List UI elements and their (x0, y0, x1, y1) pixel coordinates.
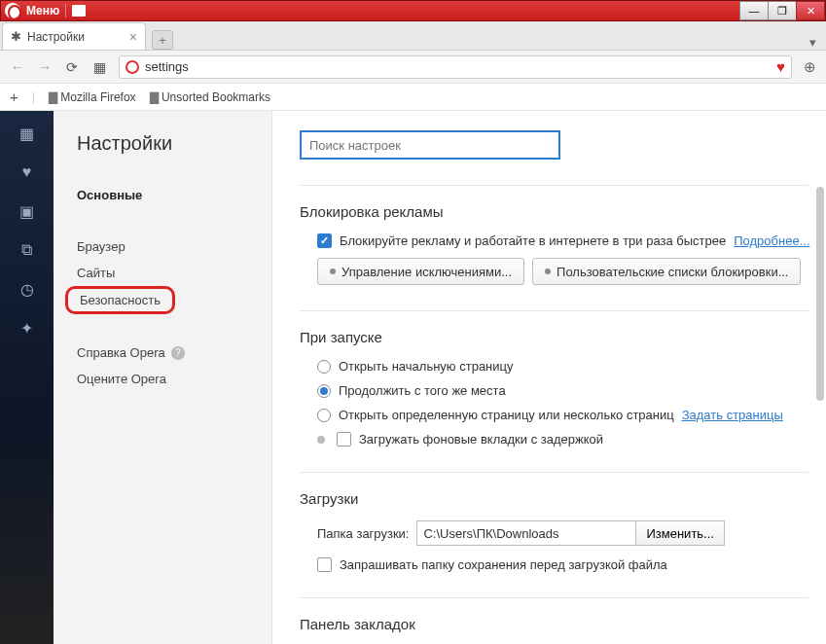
opera-logo-icon (5, 3, 20, 18)
maximize-button[interactable]: ❐ (768, 1, 797, 20)
startup-opt3: Открыть определенную страницу или нескол… (339, 408, 674, 422)
startup-radio-pages[interactable] (317, 409, 331, 422)
tab-title: Настройки (27, 30, 85, 44)
menu-button[interactable]: Меню (26, 4, 59, 18)
bookmarks-rail-icon[interactable]: ♥ (18, 163, 37, 181)
nav-basic[interactable]: Основные (77, 182, 271, 208)
ask-folder-checkbox[interactable] (317, 557, 332, 572)
startup-opt1: Открыть начальную страницу (339, 359, 514, 374)
startup-opt2: Продолжить с того же места (339, 383, 506, 398)
history-rail-icon[interactable]: ◷ (18, 280, 37, 298)
settings-main: Блокировка рекламы Блокируйте рекламу и … (272, 111, 826, 644)
tabs-rail-icon[interactable]: ⧉ (18, 241, 37, 259)
startup-radio-continue[interactable] (317, 384, 331, 398)
divider (300, 185, 808, 186)
change-path-button[interactable]: Изменить... (636, 520, 724, 546)
back-icon[interactable]: ← (10, 59, 25, 75)
opera-o-icon (126, 60, 139, 74)
heart-icon[interactable]: ♥ (776, 58, 785, 75)
tabs-menu-icon[interactable]: ▾ (809, 35, 816, 50)
manage-exceptions-button[interactable]: Управление исключениями... (317, 258, 524, 285)
nav-sites[interactable]: Сайты (77, 260, 271, 286)
adblock-checkbox[interactable] (317, 233, 332, 248)
nav-security[interactable]: Безопасность (65, 286, 175, 314)
nav-rate[interactable]: Оцените Opera (77, 366, 271, 392)
delay-tabs-checkbox[interactable] (337, 432, 351, 447)
set-pages-link[interactable]: Задать страницы (682, 408, 783, 422)
adblock-label: Блокируйте рекламу и работайте в интерне… (340, 233, 726, 248)
ask-folder-label: Запрашивать папку сохранения перед загру… (340, 557, 667, 572)
folder-icon: ▇ (49, 90, 57, 104)
settings-nav: Настройки Основные Браузер Сайты Безопас… (54, 111, 272, 644)
news-rail-icon[interactable]: ▣ (18, 202, 37, 220)
nav-browser[interactable]: Браузер (77, 233, 271, 260)
forward-icon[interactable]: → (37, 59, 53, 75)
bullet-icon (317, 436, 325, 444)
startup-opt4: Загружать фоновые вкладки с задержкой (359, 432, 603, 447)
folder-icon: ▇ (150, 90, 159, 104)
bookmark-folder-2[interactable]: ▇ Unsorted Bookmarks (150, 90, 270, 104)
speed-dial-icon[interactable]: ▦ (91, 59, 107, 75)
download-path-label: Папка загрузки: (317, 526, 409, 541)
help-icon: ? (171, 346, 185, 360)
sidebar-rail: ▦ ♥ ▣ ⧉ ◷ ✦ (0, 111, 54, 644)
adblock-title: Блокировка рекламы (300, 203, 826, 220)
minimize-button[interactable]: — (739, 1, 769, 20)
bookmark-folder-1[interactable]: ▇ Mozilla Firefox (49, 90, 136, 104)
close-button[interactable]: ✕ (796, 1, 825, 20)
add-bookmark-icon[interactable]: + (10, 89, 18, 105)
download-path-input[interactable] (416, 520, 636, 546)
adblock-more-link[interactable]: Подробнее... (734, 233, 809, 248)
window-titlebar: Меню — ❐ ✕ (0, 0, 826, 21)
startup-radio-home[interactable] (317, 360, 331, 374)
settings-search-input[interactable] (300, 130, 560, 160)
extensions-rail-icon[interactable]: ✦ (18, 319, 37, 337)
custom-lists-button[interactable]: Пользовательские списки блокировки... (532, 258, 801, 285)
tab-settings[interactable]: ✱ Настройки × (2, 22, 146, 50)
bookmarks-bar: + | ▇ Mozilla Firefox ▇ Unsorted Bookmar… (0, 84, 826, 111)
nav-help[interactable]: Справка Opera ? (77, 340, 271, 366)
new-tab-button[interactable]: + (152, 30, 173, 50)
bookmarks-panel-title: Панель закладок (300, 616, 826, 632)
tab-close-icon[interactable]: × (129, 29, 137, 45)
gear-icon: ✱ (11, 29, 21, 44)
address-bar: ← → ⟳ ▦ settings ♥ ⊕ (0, 51, 826, 84)
downloads-icon[interactable]: ⊕ (804, 58, 816, 76)
speed-dial-rail-icon[interactable]: ▦ (18, 125, 37, 142)
scrollbar[interactable] (816, 187, 824, 401)
reload-icon[interactable]: ⟳ (64, 59, 80, 75)
address-input[interactable]: settings ♥ (119, 55, 792, 79)
separator (65, 4, 66, 18)
startup-title: При запуске (300, 329, 826, 345)
address-text: settings (145, 59, 771, 74)
page-title: Настройки (77, 132, 271, 155)
downloads-title: Загрузки (300, 490, 826, 507)
tab-bar: ✱ Настройки × + ▾ (0, 21, 826, 51)
flag-icon[interactable] (72, 5, 86, 17)
